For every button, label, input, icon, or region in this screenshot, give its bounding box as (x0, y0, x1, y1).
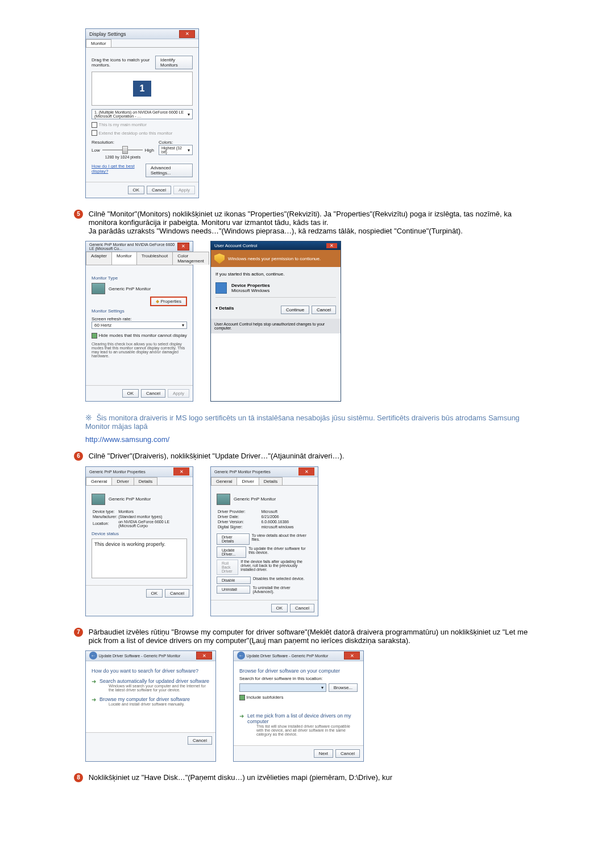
advanced-button[interactable]: Advanced Settings... (146, 164, 193, 177)
window-title: Generic PnP Monitor and NVIDIA GeForce 6… (89, 243, 177, 251)
note-icon: ※ (85, 413, 92, 422)
chevron-down-icon: ▾ (182, 323, 184, 328)
monitor-icon (92, 283, 105, 294)
close-icon[interactable]: ✕ (173, 468, 189, 475)
titlebar: ← Update Driver Software - Generic PnP M… (86, 651, 215, 661)
properties-button[interactable]: ◆ Properties (150, 297, 187, 306)
samsung-link[interactable]: http://www.samsung.com/ (85, 435, 540, 444)
step-8-text: Noklikšķiniet uz "Have Disk…"(Paņemt dis… (89, 773, 532, 782)
extend-checkbox[interactable] (92, 130, 97, 136)
tab-color[interactable]: Color Management (172, 252, 209, 265)
tab-driver[interactable]: Driver (237, 477, 259, 485)
step-6-number: 6 (74, 452, 83, 461)
chevron-down-icon: ▾ (215, 306, 218, 311)
cancel-button[interactable]: Cancel (147, 186, 171, 194)
apply-button[interactable]: Apply (168, 389, 189, 398)
search-auto-option[interactable]: Search automatically for updated driver … (92, 678, 210, 692)
details-toggle[interactable]: ▾ Details (215, 306, 234, 311)
path-input[interactable]: ▾ (239, 683, 326, 692)
tab-details[interactable]: Details (134, 477, 157, 485)
window-title: Generic PnP Monitor Properties (214, 470, 271, 474)
browse-option[interactable]: Browse my computer for driver software L… (92, 696, 210, 706)
ok-button[interactable]: OK (271, 604, 288, 612)
step-7-text: Pārbaudiet izvēles rūtiņu "Browse my com… (89, 628, 532, 645)
cancel-button[interactable]: Cancel (290, 604, 314, 612)
tabs: Monitor (86, 39, 198, 48)
step-6-text: Cilnē "Driver"(Draiveris), noklikšķiniet… (89, 452, 532, 460)
display-settings-window: Display Settings ✕ Monitor Drag the icon… (85, 28, 199, 198)
resolution-slider[interactable] (102, 149, 143, 151)
status-box: This device is working properly. (92, 539, 187, 578)
apply-button[interactable]: Apply (173, 186, 195, 194)
tab-adapter[interactable]: Adapter (86, 252, 112, 265)
ok-button[interactable]: OK (146, 589, 163, 598)
back-icon[interactable]: ← (89, 652, 97, 660)
cancel-button[interactable]: Cancel (188, 736, 212, 745)
identify-button[interactable]: Identify Monitors (155, 56, 193, 69)
window-title: Generic PnP Monitor Properties (89, 470, 146, 474)
driver-tab-window: Generic PnP Monitor Properties ✕ General… (210, 466, 318, 616)
shield-icon (214, 253, 225, 264)
cancel-button[interactable]: Cancel (335, 749, 360, 758)
cancel-button[interactable]: Cancel (165, 589, 189, 598)
monitor-dropdown[interactable]: 1. (Multiple Monitors) on NVIDIA GeForce… (92, 109, 193, 119)
tab-details[interactable]: Details (259, 477, 283, 485)
step-7-number: 7 (74, 628, 83, 637)
uac-titlebar: User Account Control ✕ (211, 241, 341, 250)
uac-banner: Windows needs your permission to contion… (211, 250, 341, 267)
titlebar: Generic PnP Monitor and NVIDIA GeForce 6… (86, 241, 193, 252)
step-5-text: Cilnē "Monitor"(Monitors) noklikšķiniet … (89, 210, 512, 227)
main-monitor-checkbox[interactable] (92, 122, 97, 128)
tab-general[interactable]: General (86, 477, 112, 485)
titlebar: Generic PnP Monitor Properties ✕ (86, 467, 193, 477)
back-icon[interactable]: ← (237, 652, 245, 660)
tab-general[interactable]: General (211, 477, 237, 485)
uac-dialog: User Account Control ✕ Windows needs you… (210, 241, 341, 402)
tab-monitor[interactable]: Monitor (86, 39, 111, 47)
close-icon[interactable]: ✕ (179, 30, 195, 38)
pick-list-option[interactable]: Let me pick from a list of device driver… (239, 713, 358, 736)
window-title: Update Driver Software - Generic PnP Mon… (247, 654, 329, 658)
close-icon[interactable]: ✕ (298, 468, 314, 475)
driver-general-window: Generic PnP Monitor Properties ✕ General… (85, 466, 193, 616)
rollback-button[interactable]: Roll Back Driver (217, 560, 238, 575)
cancel-button[interactable]: Cancel (312, 306, 336, 314)
drag-text: Drag the icons to match your monitors. (92, 57, 155, 68)
close-icon[interactable]: ✕ (326, 243, 337, 248)
monitor-icon (217, 494, 230, 505)
ok-button[interactable]: OK (128, 186, 145, 194)
close-icon[interactable]: ✕ (344, 652, 360, 660)
tab-monitor[interactable]: Monitor (111, 252, 137, 265)
ok-button[interactable]: OK (122, 389, 139, 398)
wizard2-window: ← Update Driver Software - Generic PnP M… (233, 650, 364, 762)
update-driver-button[interactable]: Update Driver... (217, 546, 246, 558)
continue-button[interactable]: Continue (281, 306, 309, 314)
window-title: Display Settings (89, 31, 126, 37)
disable-button[interactable]: Disable (217, 577, 251, 584)
browse-button[interactable]: Browse... (329, 683, 358, 692)
step-8-number: 8 (74, 773, 83, 782)
help-link[interactable]: How do I get the best display? (92, 164, 146, 177)
include-subfolders-checkbox[interactable] (239, 695, 245, 700)
cancel-button[interactable]: Cancel (141, 389, 165, 398)
chevron-down-icon: ▾ (188, 112, 190, 117)
tabs: Adapter Monitor Troubleshoot Color Manag… (86, 252, 193, 265)
step-5-sub: Ja parādās uzraksts "Windows needs…"(Win… (89, 227, 463, 235)
next-button[interactable]: Next (314, 749, 333, 758)
monitor-icon[interactable]: 1 (133, 81, 151, 97)
wizard1-window: ← Update Driver Software - Generic PnP M… (85, 650, 216, 762)
step-5-number: 5 (74, 210, 83, 219)
shield-icon: ◆ (156, 299, 159, 304)
titlebar: Display Settings ✕ (86, 29, 198, 39)
close-icon[interactable]: ✕ (177, 243, 189, 251)
close-icon[interactable]: ✕ (196, 652, 212, 660)
program-icon (215, 282, 227, 294)
chevron-down-icon: ▾ (188, 148, 190, 153)
colors-dropdown[interactable]: Highest (32 bit) ▾ (159, 145, 193, 155)
driver-details-button[interactable]: Driver Details (217, 533, 250, 545)
tab-driver[interactable]: Driver (111, 477, 134, 485)
uninstall-button[interactable]: Uninstall (217, 586, 250, 594)
refresh-dropdown[interactable]: 60 Hertz ▾ (92, 322, 187, 329)
tab-troubleshoot[interactable]: Troubleshoot (136, 252, 173, 265)
hide-modes-checkbox[interactable] (92, 333, 97, 339)
